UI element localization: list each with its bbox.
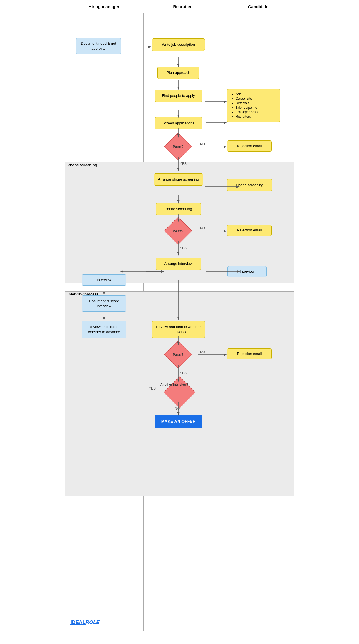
phone-screening-rec-box: Phone screening	[156, 203, 201, 215]
header-recruiter: Recruiter	[143, 0, 222, 13]
document-need-box: Document need & get approval	[76, 38, 121, 54]
arrange-interview-box: Arrange interview	[156, 258, 201, 270]
logo-ideal: IDEAL	[70, 620, 86, 625]
no-label-1: NO	[200, 142, 205, 146]
find-people-box: Find people to apply	[155, 90, 202, 102]
phone-swimlane-label: Phone screening	[65, 161, 100, 169]
interview-hm-box: Interview	[82, 274, 126, 286]
channel-ads: Ads	[236, 92, 276, 96]
rejection3-box: Rejection email	[227, 348, 272, 359]
screen-apps-box: Screen applications	[155, 117, 202, 129]
review-rec-box: Review and decide whether to advance	[152, 321, 205, 338]
write-job-box: Write job description	[152, 38, 205, 51]
arrange-phone-box: Arrange phone screening	[154, 173, 203, 186]
interview-can-box: Interview	[227, 266, 267, 277]
channel-employer-brand: Employer brand	[236, 110, 276, 114]
pass3-diamond: Pass?	[168, 345, 188, 364]
channel-talent-pipeline: Talent pipeline	[236, 106, 276, 110]
header-row: Hiring manager Recruiter Candidate	[65, 0, 294, 13]
channel-referrals: Referrals	[236, 101, 276, 105]
header-candidate: Candidate	[222, 0, 294, 13]
channels-bullet-box: Ads Career site Referrals Talent pipelin…	[227, 89, 280, 122]
rejection1-box: Rejection email	[227, 140, 272, 152]
plan-approach-box: Plan approach	[157, 67, 199, 79]
logo-role: ROLE	[86, 620, 100, 625]
rejection2-box: Rejection email	[227, 225, 272, 236]
channel-career-site: Career site	[236, 97, 276, 101]
review-hm-box: Review and decide whether to advance	[82, 321, 126, 338]
channels-list: Ads Career site Referrals Talent pipelin…	[231, 92, 276, 119]
make-offer-box: MAKE AN OFFER	[155, 415, 202, 428]
header-hiring-manager: Hiring manager	[65, 0, 143, 13]
pass2-diamond: Pass?	[168, 221, 188, 241]
logo: IDEALROLE	[70, 620, 100, 625]
channel-recruiters: Recruiters	[236, 115, 276, 119]
doc-score-box: Document & score interview	[82, 295, 126, 312]
diagram-container: Hiring manager Recruiter Candidate Phone…	[65, 0, 294, 631]
pass1-diamond: Pass?	[168, 137, 188, 156]
phone-screening-can-box: Phone screening	[227, 179, 272, 191]
another-interview-diamond: Another interview?	[168, 381, 191, 404]
